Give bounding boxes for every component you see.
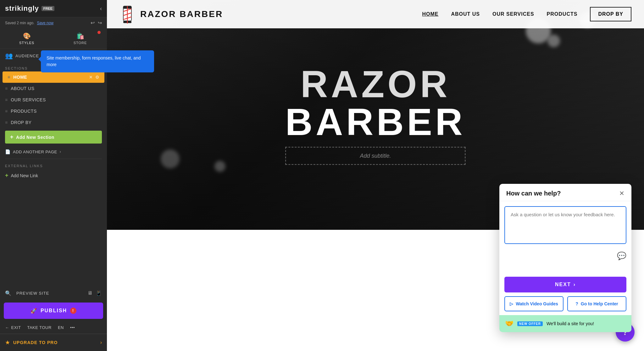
add-new-link[interactable]: + Add New Link <box>0 169 107 182</box>
nav-link-home[interactable]: HOME <box>422 11 438 17</box>
nav-link-about[interactable]: ABOUT US <box>451 11 480 17</box>
add-new-link-label: Add New Link <box>11 173 38 178</box>
section-name-home: HOME <box>13 75 86 80</box>
sidebar-item-home[interactable]: ≡ HOME ✕ ⚙ <box>3 71 104 83</box>
next-label: NEXT <box>555 282 571 287</box>
drag-handle-home[interactable]: ≡ <box>8 75 10 80</box>
store-icon: 🛍️ <box>76 32 84 40</box>
audience-section[interactable]: 👥 AUDIENCE › Site membership, form respo… <box>0 49 107 63</box>
help-next-button[interactable]: NEXT › <box>504 277 626 292</box>
watch-video-label: Watch Video Guides <box>516 301 558 306</box>
add-another-page[interactable]: 📄 ADD ANOTHER PAGE › <box>0 146 107 157</box>
section-name-services: OUR SERVICES <box>11 97 102 102</box>
publish-button[interactable]: 🚀 PUBLISH ! <box>4 303 103 319</box>
drag-handle-products[interactable]: ≡ <box>5 109 8 114</box>
tab-styles[interactable]: 🎨 STYLES <box>0 28 53 48</box>
store-notification-badge <box>97 31 101 34</box>
next-chevron-icon: › <box>574 282 576 287</box>
nav-link-services[interactable]: OUR SERVICES <box>492 11 534 17</box>
main-content: RAZOR BARBER Add subtitle. RAZOR BARBER … <box>107 0 644 351</box>
audience-icon: 👥 <box>5 52 13 59</box>
star-icon: ★ <box>5 339 10 346</box>
question-icon: ? <box>575 301 578 306</box>
barber-logo <box>119 5 135 24</box>
logo-area: strikingly FREE <box>5 4 54 13</box>
add-another-page-label: ADD ANOTHER PAGE <box>13 150 57 154</box>
redo-button[interactable]: ↪ <box>98 20 102 26</box>
help-body: 💬 <box>499 249 631 274</box>
help-widget: How can we help? ✕ 💬 NEXT › ▷ Watch Vide… <box>499 184 631 332</box>
hero-title-razor: RAZOR <box>285 65 465 103</box>
preview-icon: 🔍 <box>5 290 11 296</box>
upgrade-left: ★ UPGRADE TO PRO <box>5 339 58 346</box>
saved-bar: Saved 2 min ago. Save now ↩ ↪ <box>0 17 107 28</box>
help-center-button[interactable]: ? Go to Help Center <box>567 296 626 311</box>
drag-handle-about[interactable]: ≡ <box>5 86 8 91</box>
divider <box>5 159 102 159</box>
page-icon: 📄 <box>5 149 10 154</box>
preview-label[interactable]: PREVIEW SITE <box>16 291 49 296</box>
sidebar-item-about[interactable]: ≡ ABOUT US <box>0 83 107 94</box>
exit-button[interactable]: ← EXIT <box>5 325 21 330</box>
styles-icon: 🎨 <box>23 32 31 40</box>
help-offer-bar[interactable]: 🤝 NEW OFFER We'll build a site for you! <box>499 315 631 332</box>
undo-redo-controls: ↩ ↪ <box>91 20 102 26</box>
help-title: How can we help? <box>506 190 561 197</box>
nav-link-products[interactable]: PRODUCTS <box>547 11 578 17</box>
brand-name: RAZOR BARBER <box>140 9 223 19</box>
publish-label: PUBLISH <box>41 308 67 314</box>
more-options-button[interactable]: ••• <box>70 325 75 330</box>
audience-tooltip: Site membership, form responses, live ch… <box>41 50 154 72</box>
logo-text: strikingly <box>5 4 39 13</box>
publish-warning-icon: ! <box>70 308 76 314</box>
hero-subtitle-placeholder: Add subtitle. <box>360 153 391 159</box>
mobile-icon[interactable]: 📱 <box>96 290 102 296</box>
collapse-sidebar-button[interactable]: ‹ <box>100 5 102 12</box>
section-name-about: ABOUT US <box>11 86 102 91</box>
device-icons: 🖥 📱 <box>87 290 102 296</box>
section-name-products: PRODUCTS <box>11 109 102 114</box>
desktop-icon[interactable]: 🖥 <box>87 290 92 296</box>
sidebar-footer: 🔍 PREVIEW SITE 🖥 📱 🚀 PUBLISH ! ← EXIT TA… <box>0 286 107 351</box>
add-section-plus-icon: + <box>10 134 14 140</box>
sidebar-item-products[interactable]: ≡ PRODUCTS <box>0 105 107 117</box>
save-now-link[interactable]: Save now <box>37 21 53 25</box>
section-close-home[interactable]: ✕ <box>89 75 93 80</box>
drag-handle-services[interactable]: ≡ <box>5 97 8 102</box>
bottom-bar: ← EXIT TAKE TOUR EN ••• <box>0 321 107 334</box>
help-center-label: Go to Help Center <box>581 301 618 306</box>
language-selector[interactable]: EN <box>58 325 64 330</box>
add-new-section-button[interactable]: + Add New Section <box>5 131 102 144</box>
play-icon: ▷ <box>510 301 513 306</box>
sidebar-item-dropby[interactable]: ≡ DROP BY <box>0 117 107 128</box>
new-offer-badge: NEW OFFER <box>517 321 543 326</box>
section-gear-home[interactable]: ⚙ <box>95 75 99 80</box>
help-action-buttons: ▷ Watch Video Guides ? Go to Help Center <box>504 296 626 311</box>
section-name-dropby: DROP BY <box>11 120 102 125</box>
tab-store[interactable]: 🛍️ STORE <box>53 28 107 48</box>
hero-title-barber: BARBER <box>285 103 465 141</box>
drag-handle-dropby[interactable]: ≡ <box>5 120 8 125</box>
take-tour-button[interactable]: TAKE TOUR <box>27 325 51 330</box>
saved-text: Saved 2 min ago. <box>5 21 34 25</box>
help-header: How can we help? ✕ <box>499 184 631 201</box>
add-section-label: Add New Section <box>16 135 54 140</box>
help-textarea[interactable] <box>511 212 620 237</box>
sidebar-header: strikingly FREE ‹ <box>0 0 107 17</box>
tab-styles-label: STYLES <box>19 41 34 45</box>
offer-icon: 🤝 <box>505 320 514 328</box>
help-close-button[interactable]: ✕ <box>619 190 625 197</box>
hero-subtitle-area[interactable]: Add subtitle. <box>285 147 465 165</box>
offer-text: We'll build a site for you! <box>547 321 594 326</box>
watch-video-button[interactable]: ▷ Watch Video Guides <box>504 296 564 311</box>
nav-cta-dropby[interactable]: DROP BY <box>590 7 631 21</box>
upgrade-to-pro-button[interactable]: ★ UPGRADE TO PRO › <box>0 334 107 351</box>
preview-bar: 🔍 PREVIEW SITE 🖥 📱 <box>0 286 107 300</box>
undo-button[interactable]: ↩ <box>91 20 95 26</box>
tab-bar: 🎨 STYLES 🛍️ STORE <box>0 28 107 49</box>
help-textarea-container[interactable] <box>504 206 626 244</box>
audience-label: AUDIENCE <box>15 54 39 58</box>
sidebar-item-services[interactable]: ≡ OUR SERVICES <box>0 94 107 105</box>
sidebar: strikingly FREE ‹ Saved 2 min ago. Save … <box>0 0 107 351</box>
site-navbar: RAZOR BARBER HOME ABOUT US OUR SERVICES … <box>107 0 644 28</box>
